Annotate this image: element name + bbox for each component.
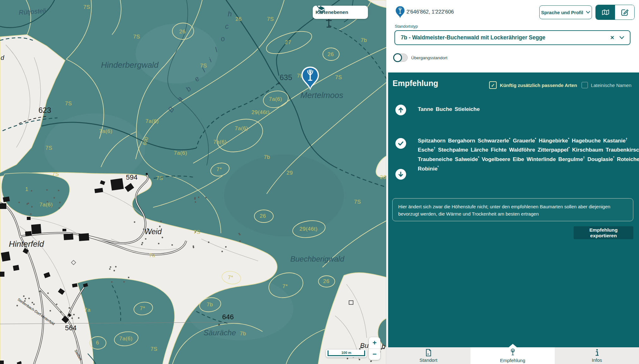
map-code-label: 7S bbox=[156, 175, 163, 181]
map-code-label: 7b bbox=[207, 302, 213, 308]
map-code-label: 7b bbox=[240, 331, 246, 337]
chevron-down-icon bbox=[317, 6, 321, 9]
map-orchard-dot bbox=[71, 317, 73, 319]
map-orchard-dot bbox=[198, 197, 199, 198]
species-list-rising: TanneBucheStieleiche bbox=[418, 105, 588, 113]
map-orchard-dot bbox=[60, 311, 62, 313]
recommendation-note-text: Hier ändert sich zwar die Höhenstufe nic… bbox=[398, 203, 627, 217]
species-name: Fichte bbox=[491, 147, 506, 153]
tree-pin-icon bbox=[509, 349, 516, 357]
map-elevation-label: 594 bbox=[126, 173, 138, 181]
species-name: Vogelbeere bbox=[482, 156, 510, 162]
map-code-label: 7* bbox=[282, 283, 288, 289]
map-code-label: 7S bbox=[65, 101, 72, 107]
species-name: Douglasie° bbox=[587, 156, 614, 162]
map-building bbox=[0, 203, 6, 209]
map-elevation-label: 635 bbox=[280, 73, 292, 82]
clear-icon[interactable]: ✕ bbox=[610, 35, 614, 41]
species-name: Bergahorn bbox=[448, 138, 475, 144]
tree-pin-icon bbox=[394, 5, 406, 19]
map-code-label: 7a(6) bbox=[174, 150, 187, 156]
site-type-value: 7b - Waldmeister-Buchenwald mit Lockeräh… bbox=[401, 34, 610, 41]
species-name: Zitterpappel* bbox=[538, 147, 570, 153]
map-code-label: 1 bbox=[25, 186, 28, 192]
map-symbol-square bbox=[349, 301, 353, 304]
bottom-tab-bar: Standort Empfehlung bbox=[386, 347, 639, 364]
map-orchard-dot bbox=[23, 295, 25, 297]
species-name: Esche† bbox=[418, 147, 435, 153]
map-junction-dot bbox=[146, 173, 148, 175]
map-place-label: Bu bbox=[360, 342, 369, 350]
transition-site-label: Übergangsstandort bbox=[411, 55, 447, 60]
species-name: Stechpalme bbox=[438, 147, 468, 153]
recommendation-row-suitable: SpitzahornBergahornSchwarzerle*Grauerle*… bbox=[395, 138, 406, 149]
map-orchard-dot bbox=[31, 206, 33, 208]
zoom-in-button[interactable]: + bbox=[369, 337, 380, 349]
chevron-down-icon bbox=[586, 11, 590, 14]
map-scale-bar: 100 m bbox=[326, 350, 367, 357]
latin-names-checkbox[interactable]: Lateinische Namen bbox=[582, 82, 631, 88]
map-svg: × RütjosteliHinderbergwaldMertelmoosWeid… bbox=[0, 0, 386, 364]
map-orchard-dot bbox=[58, 207, 60, 209]
info-icon bbox=[594, 349, 601, 356]
map-orchard-dot bbox=[59, 202, 61, 203]
map-building bbox=[0, 272, 4, 277]
tab-infos[interactable]: Infos bbox=[555, 347, 639, 364]
tab-standort-label: Standort bbox=[419, 357, 437, 363]
map-orchard-dot bbox=[193, 247, 194, 248]
map-orchard-dot bbox=[18, 202, 20, 203]
tab-standort[interactable]: Standort bbox=[386, 347, 470, 364]
future-species-checkbox[interactable]: ✓ Künftig zusätzlich passende Arten bbox=[489, 81, 577, 89]
map-code-label: 7a(6) bbox=[39, 202, 53, 208]
map-elevation-label: 646 bbox=[222, 313, 234, 321]
transition-site-toggle[interactable] bbox=[393, 54, 408, 62]
species-name: Stieleiche bbox=[455, 106, 480, 112]
map-orchard-dot bbox=[110, 266, 111, 268]
map-building bbox=[1, 251, 10, 262]
map-building bbox=[27, 217, 31, 220]
species-name: Waldföhre bbox=[509, 147, 535, 153]
map-view-button[interactable] bbox=[596, 5, 615, 20]
map-orchard-dot bbox=[27, 203, 29, 204]
map-orchard-dot bbox=[53, 197, 55, 199]
map-orchard-dot bbox=[78, 317, 80, 319]
map-orchard-dot bbox=[25, 298, 26, 299]
species-name: Kirschbaum bbox=[572, 147, 603, 153]
map-orchard-dot bbox=[111, 281, 113, 283]
toggle-knob bbox=[393, 53, 402, 62]
zoom-out-button[interactable]: − bbox=[369, 349, 380, 360]
site-type-select[interactable]: 7b - Waldmeister-Buchenwald mit Lockeräh… bbox=[394, 30, 630, 45]
map-zoom-controls: + − bbox=[369, 337, 380, 360]
map-code-label: 7S bbox=[267, 16, 274, 22]
map-code-label: 7S bbox=[133, 34, 140, 40]
checkbox-check-icon: ✓ bbox=[489, 81, 497, 89]
map-orchard-dot bbox=[50, 310, 51, 312]
map-orchard-dot bbox=[194, 197, 196, 199]
map-orchard-dot bbox=[145, 238, 146, 240]
map-code-label: 7S bbox=[200, 63, 207, 69]
map-orchard-dot bbox=[225, 246, 227, 248]
map-orchard-dot bbox=[205, 197, 207, 199]
map-place-label: b bbox=[382, 343, 385, 350]
map-code-label: 26 bbox=[179, 29, 186, 35]
future-species-label: Künftig zusätzlich passende Arten bbox=[500, 83, 577, 88]
tab-empfehlung[interactable]: Empfehlung bbox=[470, 347, 555, 364]
map-orchard-dot bbox=[370, 360, 372, 362]
map-orchard-dot bbox=[38, 291, 40, 292]
export-recommendation-button[interactable]: Empfehlung exportieren bbox=[574, 226, 633, 239]
recommendation-section: Empfehlung ✓ Künftig zusätzlich passende… bbox=[386, 72, 639, 347]
language-profile-button[interactable]: Sprache und Profil bbox=[539, 5, 592, 19]
map-elevation-label: 623 bbox=[38, 106, 51, 114]
map-place-label: Buechberigwald bbox=[290, 255, 344, 263]
document-icon bbox=[425, 349, 432, 356]
map-orchard-dot bbox=[56, 303, 57, 305]
map-orchard-dot bbox=[359, 359, 360, 361]
map-layers-button[interactable]: Kartenebenen bbox=[313, 6, 368, 19]
map-building bbox=[25, 231, 32, 236]
map-code-label: 7S bbox=[83, 4, 90, 10]
map-orchard-dot bbox=[192, 246, 194, 247]
edit-view-button[interactable] bbox=[615, 5, 634, 20]
map-canvas[interactable]: × RütjosteliHinderbergwaldMertelmoosWeid… bbox=[0, 0, 386, 364]
map-code-label: 7* bbox=[216, 166, 222, 172]
tab-infos-label: Infos bbox=[592, 357, 602, 363]
